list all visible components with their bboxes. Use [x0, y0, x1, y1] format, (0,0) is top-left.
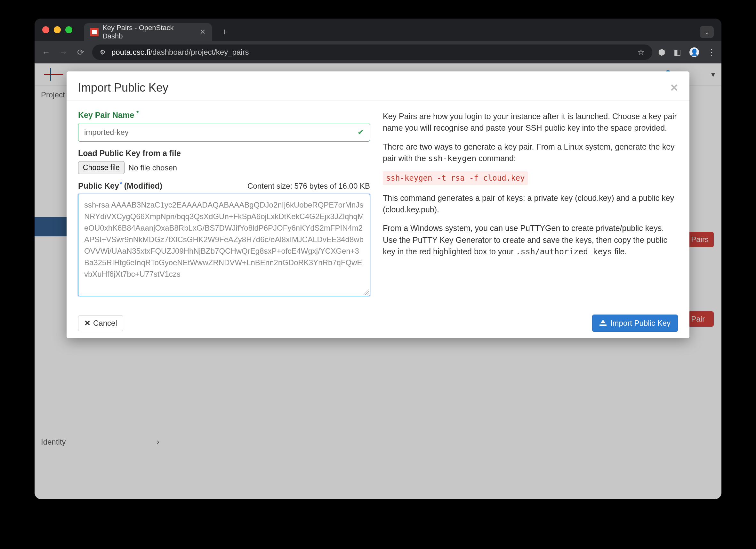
tab-title: Key Pairs - OpenStack Dashb	[102, 24, 196, 40]
keypair-name-input[interactable]: imported-key ✔	[78, 123, 370, 141]
url-host: pouta.csc.fi	[111, 48, 150, 56]
page-content: ▤ project_2000000 ▾ 👤 ▾ Project Identity…	[35, 63, 721, 499]
cancel-label: Cancel	[93, 319, 117, 328]
content-size-label: Content size: 576 bytes of 16.00 KB	[247, 182, 370, 190]
openstack-favicon	[90, 28, 99, 36]
file-chosen-status: No file chosen	[128, 163, 177, 172]
load-file-label: Load Public Key from a file	[78, 149, 370, 158]
modal-close-button[interactable]: ×	[671, 80, 678, 95]
keypair-name-label: Key Pair Name *	[78, 110, 370, 120]
site-info-icon[interactable]: ⚙	[100, 48, 106, 56]
help-paragraph-2: There are two ways to generate a key pai…	[383, 141, 678, 165]
modal-body: Key Pair Name * imported-key ✔ Load Publ…	[67, 101, 689, 308]
tab-overflow-button[interactable]: ⌄	[700, 26, 714, 38]
window-maximize-button[interactable]	[65, 26, 72, 33]
upload-icon	[599, 320, 607, 326]
menu-icon[interactable]: ⋮	[707, 47, 716, 57]
resize-grip-icon[interactable]	[363, 289, 369, 295]
window-controls	[42, 26, 72, 33]
window-close-button[interactable]	[42, 26, 49, 33]
help-paragraph-1: Key Pairs are how you login to your inst…	[383, 110, 678, 134]
valid-check-icon: ✔	[358, 128, 364, 137]
keypair-name-value: imported-key	[84, 128, 129, 137]
bookmark-icon[interactable]: ☆	[638, 48, 645, 57]
address-bar[interactable]: ⚙ pouta.csc.fi/dashboard/project/key_pai…	[92, 44, 652, 60]
public-key-textarea[interactable]: ssh-rsa AAAAB3NzaC1yc2EAAAADAQABAAABgQDJ…	[78, 194, 370, 296]
reading-list-icon[interactable]: ◧	[674, 48, 681, 57]
public-key-label: Public Key	[78, 181, 119, 190]
forward-button[interactable]: →	[58, 47, 69, 57]
choose-file-button[interactable]: Choose file	[78, 161, 125, 174]
tab-close-icon[interactable]: ✕	[200, 28, 205, 36]
extension-icon[interactable]: ⬢	[658, 47, 665, 57]
public-key-value: ssh-rsa AAAAB3NzaC1yc2EAAAADAQABAAABgQDJ…	[84, 200, 364, 279]
browser-tab[interactable]: Key Pairs - OpenStack Dashb ✕	[84, 23, 212, 41]
help-paragraph-4: From a Windows system, you can use PuTTY…	[383, 222, 678, 257]
public-key-modified-label: (Modified)	[124, 181, 162, 190]
ssh-keygen-command: ssh-keygen -t rsa -f cloud.key	[383, 171, 528, 185]
toolbar-extensions: ⬢ ◧ 👤 ⋮	[658, 47, 716, 57]
profile-icon[interactable]: 👤	[689, 47, 699, 57]
modal-footer: ✕ Cancel Import Public Key	[67, 308, 689, 338]
browser-tab-bar: Key Pairs - OpenStack Dashb ✕ + ⌄	[35, 19, 721, 41]
help-paragraph-3: This command generates a pair of keys: a…	[383, 192, 678, 215]
file-input-row: Choose file No file chosen	[78, 161, 370, 174]
browser-toolbar: ← → ⟳ ⚙ pouta.csc.fi/dashboard/project/k…	[35, 41, 721, 63]
window-minimize-button[interactable]	[54, 26, 61, 33]
browser-window: Key Pairs - OpenStack Dashb ✕ + ⌄ ← → ⟳ …	[35, 19, 721, 499]
import-public-key-modal: Import Public Key × Key Pair Name * impo…	[67, 71, 689, 338]
new-tab-button[interactable]: +	[217, 25, 232, 39]
close-icon: ✕	[84, 319, 91, 328]
back-button[interactable]: ←	[40, 47, 52, 57]
url-path: /dashboard/project/key_pairs	[150, 48, 249, 56]
reload-button[interactable]: ⟳	[75, 47, 86, 57]
cancel-button[interactable]: ✕ Cancel	[78, 315, 123, 331]
import-button-label: Import Public Key	[610, 319, 671, 328]
public-key-header: Public Key * (Modified) Content size: 57…	[78, 181, 370, 190]
modal-form-column: Key Pair Name * imported-key ✔ Load Publ…	[78, 110, 370, 296]
modal-help-column: Key Pairs are how you login to your inst…	[383, 110, 678, 296]
modal-header: Import Public Key ×	[67, 71, 689, 101]
import-public-key-button[interactable]: Import Public Key	[592, 315, 678, 332]
modal-title: Import Public Key	[78, 81, 168, 94]
